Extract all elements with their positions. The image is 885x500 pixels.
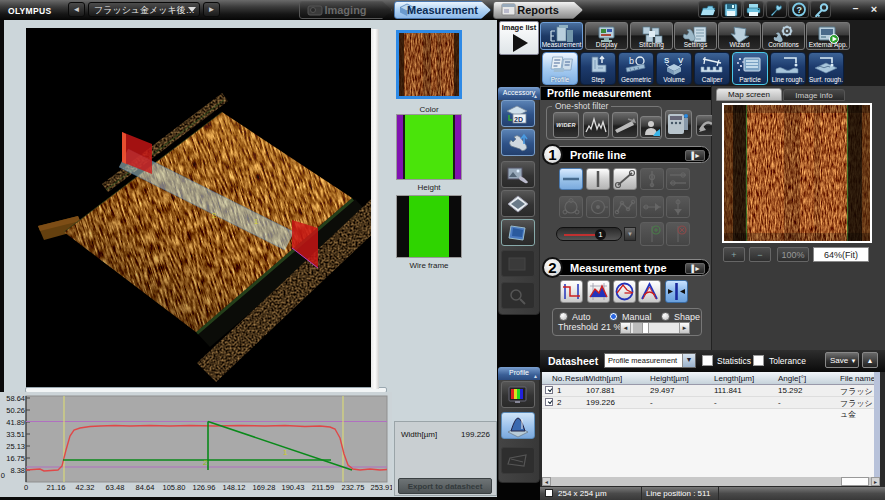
svg-text:V: V [678,56,684,65]
svg-text:126.96: 126.96 [193,483,216,492]
svg-text:2D: 2D [514,116,523,123]
svg-text:8.38: 8.38 [10,466,25,475]
svg-text:58.64: 58.64 [6,394,25,403]
svg-text:16.75: 16.75 [6,454,25,463]
svg-text:211.59: 211.59 [312,483,334,492]
svg-text:253.91: 253.91 [371,483,392,492]
svg-text:25.13: 25.13 [6,442,25,451]
svg-text:?: ? [796,5,802,15]
svg-text:0: 0 [1,471,5,480]
svg-text:84.64: 84.64 [136,483,155,492]
svg-text:2: 2 [203,458,208,467]
svg-text:1: 1 [254,217,259,226]
svg-text:169.28: 169.28 [253,483,276,492]
svg-text:190.43: 190.43 [282,483,305,492]
svg-text:50.26: 50.26 [6,406,25,415]
svg-text:42.32: 42.32 [76,483,95,492]
svg-text:0: 0 [24,483,28,492]
svg-text:41.89: 41.89 [6,418,25,427]
svg-text:21.16: 21.16 [47,483,66,492]
svg-text:b: b [629,56,634,66]
svg-text:148.12: 148.12 [223,483,246,492]
svg-text:2: 2 [212,211,217,220]
svg-text:1: 1 [283,448,288,457]
svg-text:63.48: 63.48 [106,483,125,492]
svg-text:33.51: 33.51 [6,430,25,439]
svg-text:105.80: 105.80 [163,483,186,492]
svg-text:S: S [664,56,670,65]
svg-text:232.75: 232.75 [342,483,365,492]
